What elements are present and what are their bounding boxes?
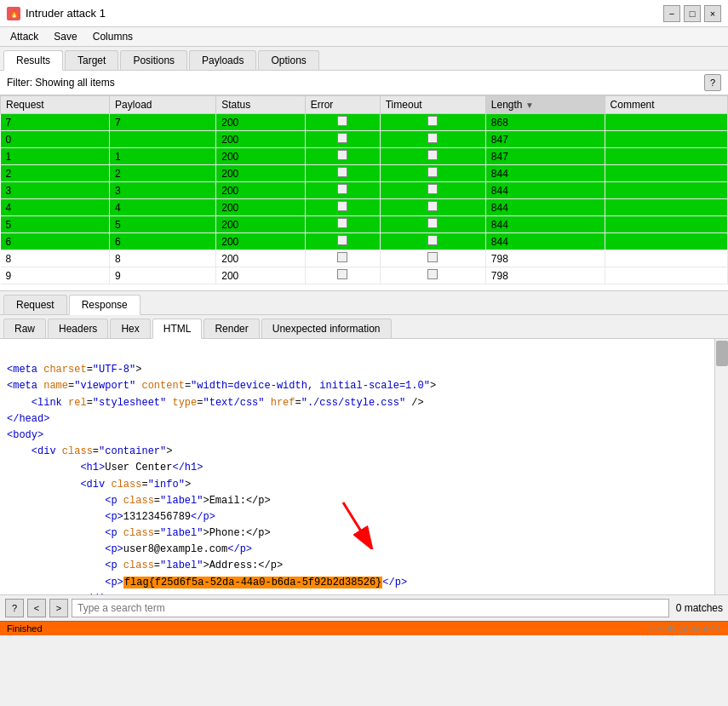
search-next-button[interactable]: >	[49, 599, 68, 617]
table-row[interactable]: 11200847	[1, 148, 728, 165]
table-row[interactable]: 22200844	[1, 165, 728, 182]
search-bar: ? < > 0 matches	[0, 594, 728, 621]
table-row[interactable]: 88200798	[1, 250, 728, 267]
sub-tab-bar: Raw Headers Hex HTML Render Unexpected i…	[0, 315, 728, 339]
close-button[interactable]: ×	[704, 5, 721, 22]
sort-arrow-icon: ▼	[525, 100, 534, 110]
sub-tab-raw[interactable]: Raw	[3, 319, 46, 338]
status-bar: Finished CSDN @vlan911	[0, 621, 728, 635]
app-icon: 🔥	[7, 7, 20, 20]
scrollbar-thumb[interactable]	[716, 341, 728, 366]
results-table: Request Payload Status Error Timeout Len…	[0, 95, 728, 284]
tab-positions[interactable]: Positions	[120, 50, 187, 70]
panel-tab-bar: Request Response	[0, 291, 728, 315]
code-scrollbar[interactable]	[714, 339, 728, 594]
table-row[interactable]: 55200844	[1, 216, 728, 233]
tab-options[interactable]: Options	[258, 50, 318, 70]
table-row[interactable]: 66200844	[1, 233, 728, 250]
col-header-request[interactable]: Request	[1, 96, 110, 114]
sub-tab-hex[interactable]: Hex	[110, 319, 150, 338]
col-header-status[interactable]: Status	[216, 96, 305, 114]
table-row[interactable]: 44200844	[1, 199, 728, 216]
search-matches-count: 0 matches	[676, 602, 723, 614]
col-header-length[interactable]: Length ▼	[485, 96, 605, 114]
tab-payloads[interactable]: Payloads	[189, 50, 256, 70]
sub-tab-unexpected[interactable]: Unexpected information	[261, 319, 392, 338]
sub-tab-html[interactable]: HTML	[152, 319, 203, 339]
flag-highlight: flag{f25d6f5a-52da-44a0-b6da-5f92b2d3852…	[123, 577, 382, 588]
col-header-timeout[interactable]: Timeout	[380, 96, 485, 114]
col-header-comment[interactable]: Comment	[605, 96, 727, 114]
table-row[interactable]: 99200798	[1, 267, 728, 284]
window-controls: − □ ×	[663, 5, 721, 22]
title-bar: 🔥 Intruder attack 1 − □ ×	[0, 0, 728, 27]
search-input[interactable]	[72, 599, 669, 617]
sub-tab-headers[interactable]: Headers	[48, 319, 108, 338]
table-row[interactable]: 33200844	[1, 182, 728, 199]
filter-label: Filter: Showing all items	[7, 77, 115, 89]
filter-bar: Filter: Showing all items ?	[0, 71, 728, 95]
maximize-button[interactable]: □	[684, 5, 701, 22]
main-tab-bar: Results Target Positions Payloads Option…	[0, 47, 728, 71]
tab-target[interactable]: Target	[65, 50, 118, 70]
filter-help-button[interactable]: ?	[704, 74, 721, 91]
table-row[interactable]: 0200847	[1, 131, 728, 148]
menu-attack[interactable]: Attack	[3, 29, 45, 44]
col-header-error[interactable]: Error	[305, 96, 380, 114]
minimize-button[interactable]: −	[663, 5, 680, 22]
status-label: Finished	[7, 623, 43, 634]
table-row[interactable]: 77200868	[1, 114, 728, 131]
panel-tab-response[interactable]: Response	[69, 295, 140, 315]
results-table-wrapper: Request Payload Status Error Timeout Len…	[0, 95, 728, 291]
code-panel: <meta charset="UTF-8"> <meta name="viewp…	[0, 339, 728, 594]
menu-save[interactable]: Save	[47, 29, 83, 44]
tab-results[interactable]: Results	[3, 50, 63, 71]
window-title: Intruder attack 1	[26, 7, 663, 20]
panel-tab-request[interactable]: Request	[3, 295, 67, 314]
menu-bar: Attack Save Columns	[0, 27, 728, 47]
sub-tab-render[interactable]: Render	[203, 319, 259, 338]
search-help-button[interactable]: ?	[5, 599, 24, 617]
watermark: CSDN @vlan911	[650, 623, 721, 634]
col-header-payload[interactable]: Payload	[110, 96, 216, 114]
menu-columns[interactable]: Columns	[86, 29, 140, 44]
search-prev-button[interactable]: <	[27, 599, 46, 617]
